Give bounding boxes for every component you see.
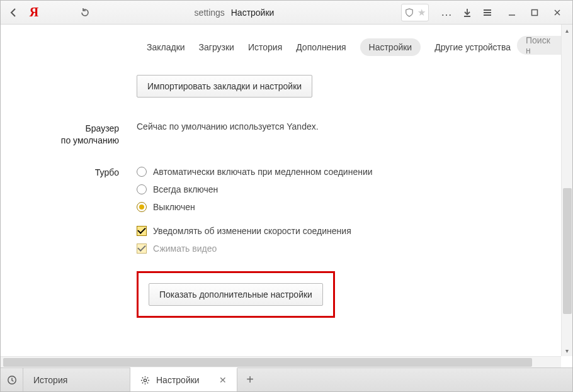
import-row: Импортировать закладки и настройки bbox=[1, 75, 572, 98]
turbo-radio-group: Автоматически включать при медленном сое… bbox=[137, 167, 572, 212]
nav-settings[interactable]: Настройки bbox=[360, 38, 421, 56]
nav-other-devices[interactable]: Другие устройства bbox=[434, 42, 511, 52]
nav-history[interactable]: История bbox=[248, 42, 282, 52]
address-prefix: settings bbox=[195, 8, 225, 18]
svg-rect-0 bbox=[532, 9, 538, 15]
nav-bookmarks[interactable]: Закладки bbox=[147, 42, 185, 52]
tab-history[interactable]: История bbox=[23, 368, 130, 391]
turbo-notify-checkbox[interactable]: Уведомлять об изменении скорости соедине… bbox=[137, 226, 572, 236]
window-minimize-button[interactable] bbox=[501, 4, 523, 21]
site-security-badge[interactable]: ★ bbox=[401, 4, 429, 21]
radio-icon bbox=[137, 184, 147, 194]
settings-nav: Закладки Загрузки История Дополнения Нас… bbox=[1, 25, 572, 66]
menu-button[interactable] bbox=[478, 4, 497, 21]
search-placeholder: Поиск н bbox=[526, 36, 552, 55]
reload-icon[interactable] bbox=[80, 8, 90, 18]
tab-close-button[interactable]: ✕ bbox=[219, 375, 227, 385]
tab-label: История bbox=[33, 375, 67, 385]
address-title: Настройки bbox=[231, 8, 275, 18]
nav-addons[interactable]: Дополнения bbox=[296, 42, 346, 52]
turbo-label: Турбо bbox=[1, 165, 137, 179]
checkbox-icon bbox=[137, 244, 147, 254]
turbo-option-off[interactable]: Выключен bbox=[137, 202, 572, 212]
scroll-thumb[interactable] bbox=[3, 358, 532, 367]
scroll-up-icon[interactable]: ▴ bbox=[562, 25, 572, 36]
horizontal-scrollbar[interactable] bbox=[1, 356, 561, 367]
svg-point-2 bbox=[144, 379, 146, 381]
window-close-button[interactable] bbox=[546, 4, 569, 21]
checkbox-label: Сжимать видео bbox=[153, 244, 217, 254]
option-label: Всегда включен bbox=[153, 184, 218, 194]
checkbox-label: Уведомлять об изменении скорости соедине… bbox=[153, 226, 351, 236]
checkbox-icon bbox=[137, 226, 147, 236]
gear-icon bbox=[140, 376, 150, 385]
turbo-option-always[interactable]: Всегда включен bbox=[137, 184, 572, 194]
turbo-row: Турбо Автоматически включать при медленн… bbox=[1, 165, 572, 318]
scroll-thumb[interactable] bbox=[563, 188, 572, 314]
tab-label: Настройки bbox=[156, 375, 200, 385]
tab-strip: История Настройки ✕ + bbox=[1, 367, 572, 391]
radio-icon bbox=[137, 202, 147, 212]
tab-settings[interactable]: Настройки ✕ bbox=[130, 367, 237, 391]
history-clock-button[interactable] bbox=[1, 368, 23, 391]
scroll-down-icon[interactable]: ▾ bbox=[562, 345, 572, 356]
browser-toolbar: Я settings Настройки ★ … bbox=[1, 1, 572, 25]
address-text: settings Настройки bbox=[195, 8, 275, 18]
new-tab-button[interactable]: + bbox=[237, 368, 263, 391]
bookmark-star-icon[interactable]: ★ bbox=[417, 7, 426, 18]
default-browser-label: Браузер по умолчанию bbox=[1, 121, 137, 147]
address-bar[interactable]: settings Настройки bbox=[76, 4, 392, 21]
turbo-option-auto[interactable]: Автоматически включать при медленном сое… bbox=[137, 167, 572, 177]
page-content: Поиск н Закладки Загрузки История Дополн… bbox=[1, 25, 572, 367]
yandex-logo-icon[interactable]: Я bbox=[25, 4, 43, 21]
downloads-button[interactable] bbox=[458, 4, 477, 21]
settings-search-input[interactable]: Поиск н bbox=[517, 36, 561, 55]
vertical-scrollbar[interactable]: ▴ ▾ bbox=[561, 25, 572, 356]
shield-icon bbox=[405, 8, 414, 17]
default-browser-status: Сейчас по умолчанию используется Yandex. bbox=[137, 121, 319, 132]
window-maximize-button[interactable] bbox=[523, 4, 546, 21]
nav-downloads[interactable]: Загрузки bbox=[199, 42, 234, 52]
default-browser-row: Браузер по умолчанию Сейчас по умолчанию… bbox=[1, 121, 572, 147]
import-bookmarks-button[interactable]: Импортировать закладки и настройки bbox=[137, 75, 312, 98]
nav-back-button[interactable] bbox=[4, 4, 23, 21]
option-label: Выключен bbox=[153, 202, 195, 212]
option-label: Автоматически включать при медленном сое… bbox=[153, 167, 373, 177]
radio-icon bbox=[137, 167, 147, 177]
show-advanced-button[interactable]: Показать дополнительные настройки bbox=[149, 283, 323, 306]
turbo-compress-checkbox: Сжимать видео bbox=[137, 244, 572, 254]
advanced-settings-highlight: Показать дополнительные настройки bbox=[137, 271, 335, 318]
more-button[interactable]: … bbox=[438, 4, 457, 21]
